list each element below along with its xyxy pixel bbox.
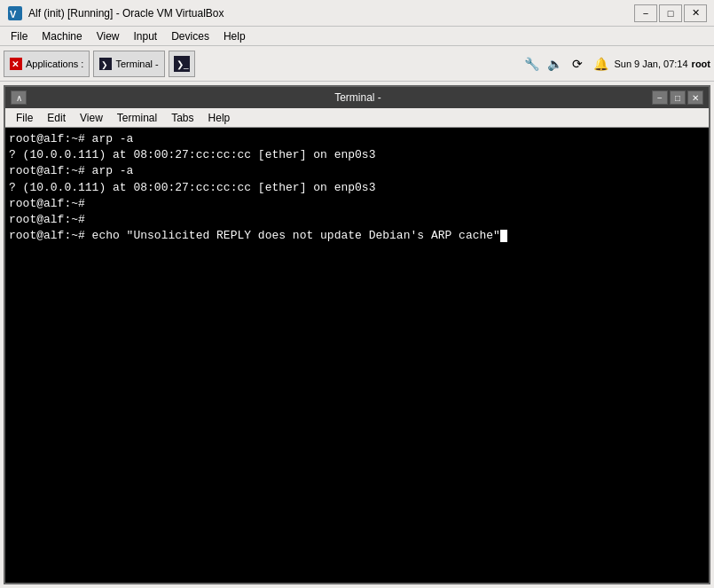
terminal-menu-terminal[interactable]: Terminal <box>110 108 164 127</box>
terminal-menu-file[interactable]: File <box>9 108 40 127</box>
toolbar-user: root <box>692 59 710 69</box>
terminal-menu-view[interactable]: View <box>73 108 110 127</box>
vbox-window: V Alf (init) [Running] - Oracle VM Virtu… <box>0 0 714 588</box>
vbox-titlebar: V Alf (init) [Running] - Oracle VM Virtu… <box>0 0 714 27</box>
terminal-close-button[interactable]: ✕ <box>687 90 703 105</box>
toolbar-right: 🔧 🔈 ⟳ 🔔 Sun 9 Jan, 07:14 root <box>522 54 710 74</box>
vbox-menu-view[interactable]: View <box>90 27 127 45</box>
terminal-menu-tabs[interactable]: Tabs <box>164 108 200 127</box>
vbox-menubar: File Machine View Input Devices Help <box>0 27 714 46</box>
svg-text:❯: ❯ <box>101 60 108 70</box>
vbox-minimize-button[interactable]: − <box>634 4 657 22</box>
vbox-menu-machine[interactable]: Machine <box>35 27 89 45</box>
vbox-menu-input[interactable]: Input <box>127 27 165 45</box>
terminal-window-btns: − □ ✕ <box>652 90 703 105</box>
svg-text:V: V <box>10 9 17 20</box>
x-icon: ✕ <box>10 58 22 70</box>
vbox-menu-file[interactable]: File <box>4 27 35 45</box>
terminal-menu-help[interactable]: Help <box>201 108 238 127</box>
svg-text:❯_: ❯_ <box>177 59 189 70</box>
vbox-titlebar-buttons: − □ ✕ <box>634 4 707 22</box>
terminal-cursor <box>500 230 507 242</box>
cmd-icon: ❯_ <box>174 56 190 72</box>
terminal-line-6: root@alf:~# <box>9 212 705 228</box>
terminal-minimize-button[interactable]: − <box>652 90 668 105</box>
vbox-menu-help[interactable]: Help <box>216 27 253 45</box>
terminal-title: Terminal - <box>64 91 652 104</box>
volume-icon-button[interactable]: 🔈 <box>545 54 564 74</box>
applications-label: Applications : <box>26 59 83 69</box>
terminal-line-2: ? (10.0.0.111) at 08:00:27:cc:cc:cc [eth… <box>9 147 705 163</box>
terminal-window: ∧ Terminal - − □ ✕ File Edit View Termin… <box>4 85 710 584</box>
terminal-menubar: File Edit View Terminal Tabs Help <box>5 108 709 128</box>
vbox-close-button[interactable]: ✕ <box>684 4 707 22</box>
terminal-line-1: root@alf:~# arp -a <box>9 131 705 147</box>
terminal-maximize-button[interactable]: □ <box>670 90 686 105</box>
vbox-icon: V <box>7 5 23 21</box>
applications-button[interactable]: ✕ Applications : <box>4 51 90 77</box>
terminal-titlebar: ∧ Terminal - − □ ✕ <box>5 87 709 108</box>
terminal-line-5: root@alf:~# <box>9 196 705 212</box>
terminal-button[interactable]: ❯ Terminal - <box>93 51 164 77</box>
bell-icon-button[interactable]: 🔔 <box>591 54 610 74</box>
terminal-icon: ❯ <box>99 58 112 70</box>
vbox-maximize-button[interactable]: □ <box>659 4 682 22</box>
vbox-menu-devices[interactable]: Devices <box>164 27 216 45</box>
terminal-line-4: ? (10.0.0.111) at 08:00:27:cc:cc:cc [eth… <box>9 180 705 196</box>
terminal-content[interactable]: root@alf:~# arp -a ? (10.0.0.111) at 08:… <box>5 128 709 583</box>
vbox-title: Alf (init) [Running] - Oracle VM Virtual… <box>28 7 634 20</box>
terminal-up-button[interactable]: ∧ <box>11 90 27 105</box>
terminal-menu-edit[interactable]: Edit <box>40 108 73 127</box>
network-icon-button[interactable]: ⟳ <box>568 54 587 74</box>
vbox-toolbar: ✕ Applications : ❯ Terminal - ❯_ 🔧 🔈 ⟳ 🔔… <box>0 46 714 82</box>
terminal-line-7: root@alf:~# echo "Unsolicited REPLY does… <box>9 228 705 244</box>
terminal-label: Terminal - <box>115 59 158 69</box>
toolbar-clock: Sun 9 Jan, 07:14 <box>614 59 687 69</box>
terminal-line-3: root@alf:~# arp -a <box>9 163 705 179</box>
terminal-cmd-button[interactable]: ❯_ <box>169 51 195 77</box>
settings-icon-button[interactable]: 🔧 <box>522 54 541 74</box>
svg-text:✕: ✕ <box>12 59 19 69</box>
terminal-titlebar-left-btns: ∧ <box>11 90 64 105</box>
